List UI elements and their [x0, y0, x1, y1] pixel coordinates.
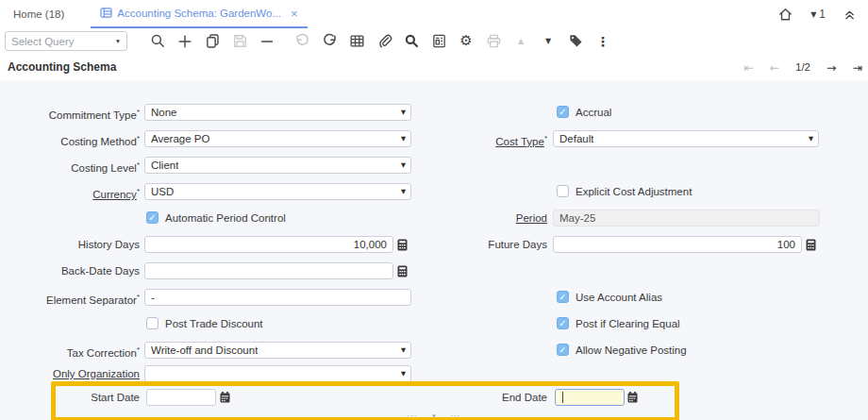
delete-record-button[interactable]	[259, 32, 275, 50]
previous-record-icon[interactable]: ←	[770, 60, 779, 75]
application-window: Home (18) Accounting Schema: GardenWo...…	[0, 0, 868, 420]
use-account-alias-label: Use Account Alias	[576, 289, 662, 306]
period-label[interactable]: Period	[406, 210, 547, 227]
use-account-alias-checkbox[interactable]: ✓	[557, 291, 569, 303]
costing-level-select[interactable]: Client ▼	[144, 157, 411, 174]
only-organization-label[interactable]: Only Organization	[0, 365, 140, 382]
post-if-clearing-equal-label: Post if Clearing Equal	[576, 315, 680, 332]
copy-record-button[interactable]	[204, 32, 221, 50]
only-organization-select[interactable]: ▼	[144, 365, 411, 382]
print-button-disabled[interactable]	[485, 32, 502, 50]
label-tag-icon[interactable]	[567, 32, 584, 50]
caret-down-icon: ▼	[810, 10, 816, 19]
tab-home-label: Home (18)	[13, 8, 64, 20]
costing-level-label: Costing Level*	[0, 157, 140, 174]
post-trade-discount-label: Post Trade Discount	[165, 315, 263, 332]
end-date-label: End Date	[406, 389, 547, 406]
collapse-up-icon-disabled[interactable]: ▲	[512, 32, 529, 50]
allow-negative-posting-checkbox[interactable]: ✓	[557, 344, 569, 356]
element-separator-label: Element Separator*	[0, 289, 140, 306]
costing-method-select[interactable]: Average PO ▼	[144, 130, 411, 147]
more-options-icon[interactable]: ⋮	[594, 32, 611, 50]
start-date-input[interactable]	[146, 389, 216, 406]
tax-correction-label: Tax Correction*	[0, 342, 140, 359]
record-pager: ⇤ ← 1/2 → ⇥	[743, 54, 862, 80]
main-toolbar: ▼	[0, 28, 868, 54]
select-query-input[interactable]	[6, 32, 109, 50]
report-button[interactable]	[430, 32, 447, 50]
start-date-label: Start Date	[0, 389, 140, 406]
dropdown-arrow-icon[interactable]: ▼	[809, 131, 813, 146]
window-title-bar: Accounting Schema ⇤ ← 1/2 → ⇥	[0, 54, 868, 81]
collapse-header-icon[interactable]	[843, 8, 857, 22]
future-days-input[interactable]: 100	[553, 236, 802, 253]
back-date-days-label: Back-Date Days	[0, 262, 140, 279]
commitment-type-select[interactable]: None ▼	[144, 104, 411, 121]
dropdown-arrow-icon[interactable]: ▼	[401, 105, 406, 120]
currency-select[interactable]: USD ▼	[144, 183, 411, 200]
save-button-disabled[interactable]	[231, 32, 248, 50]
tab-close-icon[interactable]: ×	[291, 8, 298, 20]
process-gear-icon[interactable]: ⚙	[458, 32, 475, 50]
calculator-icon[interactable]	[396, 264, 409, 277]
record-position: 1/2	[795, 61, 810, 73]
window-form-icon	[100, 8, 112, 20]
undo-button-disabled[interactable]	[293, 32, 310, 50]
tab-active-label: Accounting Schema: GardenWo...	[117, 8, 281, 19]
tabbar-right-controls: ▼ 1	[777, 0, 868, 28]
page-title: Accounting Schema	[8, 54, 116, 80]
calculator-icon[interactable]	[805, 238, 817, 251]
post-if-clearing-equal-checkbox[interactable]: ✓	[557, 317, 569, 329]
costing-method-label: Costing Method*	[0, 130, 140, 147]
explicit-cost-adjustment-checkbox[interactable]	[557, 185, 569, 197]
toolbar-icons: ⚙ ▲ ▼ ⋮	[149, 28, 611, 54]
automatic-period-control-checkbox[interactable]: ✓	[146, 211, 159, 224]
calendar-icon[interactable]	[219, 391, 231, 404]
commitment-type-label: Commitment Type*	[0, 104, 140, 121]
dropdown-arrow-icon[interactable]: ▼	[401, 343, 406, 358]
new-record-button[interactable]	[176, 32, 193, 50]
window-tab-bar: Home (18) Accounting Schema: GardenWo...…	[0, 0, 868, 29]
tab-accounting-schema[interactable]: Accounting Schema: GardenWo... ×	[91, 0, 307, 28]
automatic-period-control-label: Automatic Period Control	[165, 210, 286, 227]
allow-negative-posting-label: Allow Negative Posting	[576, 342, 687, 359]
cost-type-label[interactable]: Cost Type*	[406, 130, 547, 147]
cost-type-select[interactable]: Default ▼	[553, 130, 819, 147]
open-windows-selector[interactable]: ▼ 1	[810, 8, 826, 21]
first-record-icon[interactable]: ⇤	[743, 60, 753, 75]
tab-home[interactable]: Home (18)	[0, 0, 81, 28]
record-info-zoom-button[interactable]	[403, 32, 420, 50]
next-record-icon[interactable]: →	[826, 60, 836, 75]
element-separator-input[interactable]: -	[144, 289, 411, 306]
post-trade-discount-checkbox[interactable]	[146, 317, 159, 329]
find-record-button[interactable]	[149, 32, 166, 50]
splitter-dots-icon: ···	[408, 413, 418, 420]
home-icon[interactable]	[777, 7, 793, 23]
refresh-button[interactable]	[321, 32, 338, 50]
open-windows-count: 1	[819, 8, 826, 21]
expand-down-icon[interactable]: ▼	[540, 32, 557, 50]
currency-label[interactable]: Currency*	[0, 183, 140, 200]
accrual-checkbox[interactable]: ✓	[557, 106, 569, 118]
calendar-icon[interactable]	[626, 391, 639, 404]
splitter-dots-icon: ···	[451, 413, 461, 420]
combobox-arrow-icon[interactable]: ▼	[109, 32, 126, 50]
text-caret	[562, 392, 563, 403]
panel-splitter[interactable]: ··· ▾ ···	[0, 412, 868, 420]
last-record-icon[interactable]: ⇥	[853, 60, 862, 75]
grid-toggle-button[interactable]	[348, 32, 365, 50]
explicit-cost-adjustment-label: Explicit Cost Adjustment	[576, 183, 692, 200]
attachment-icon[interactable]	[376, 32, 392, 50]
tax-correction-select[interactable]: Write-off and Discount ▼	[144, 342, 411, 359]
dropdown-arrow-icon[interactable]: ▼	[401, 366, 406, 381]
splitter-caret-icon: ▾	[432, 413, 436, 420]
history-days-input[interactable]: 10,000	[144, 236, 393, 253]
dropdown-arrow-icon[interactable]: ▼	[401, 158, 406, 173]
history-days-label: History Days	[0, 236, 140, 253]
end-date-input-focused[interactable]	[555, 389, 625, 406]
dropdown-arrow-icon[interactable]: ▼	[401, 184, 406, 199]
select-query-combobox[interactable]: ▼	[5, 31, 127, 51]
back-date-days-input[interactable]	[144, 262, 393, 279]
period-field-readonly: May-25	[553, 210, 820, 227]
form-content: Commitment Type* None ▼ ✓ Accrual Costin…	[0, 80, 868, 420]
